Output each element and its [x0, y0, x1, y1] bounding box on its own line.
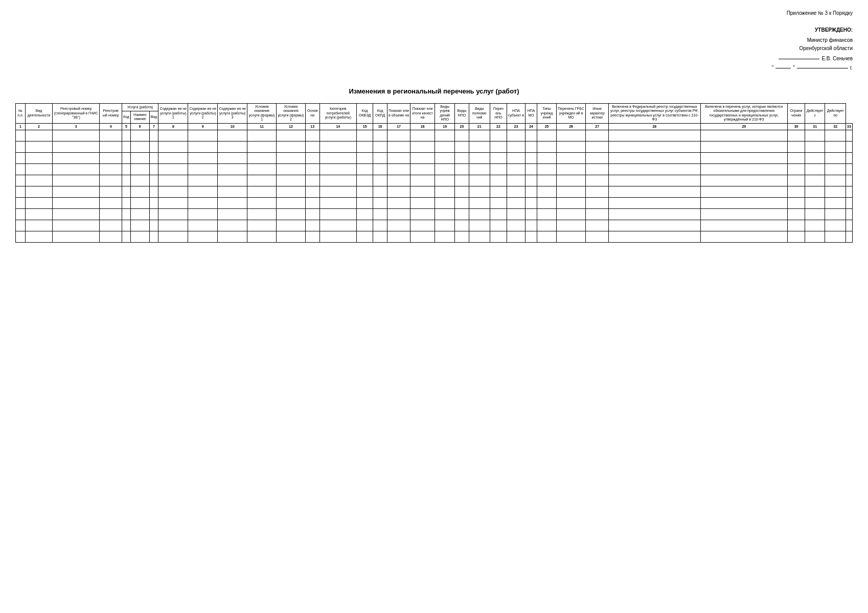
cell-10-13: [305, 231, 319, 242]
cell-6-2: [25, 186, 52, 197]
cell-9-27: [586, 220, 609, 231]
col-header-8: Вид: [149, 111, 158, 123]
cell-1-8: [158, 130, 188, 141]
cell-3-16: [373, 152, 387, 163]
cell-9-29: [700, 220, 788, 231]
num-16: 16: [373, 123, 387, 130]
cell-10-18: [410, 231, 435, 242]
cell-2-8: [158, 141, 188, 152]
cell-7-23: [507, 197, 525, 208]
cell-10-15: [356, 231, 373, 242]
cell-7-33: [846, 197, 853, 208]
cell-1-14: [319, 130, 356, 141]
cell-8-2: [25, 208, 52, 220]
cell-10-24: [526, 231, 537, 242]
table-row: [16, 163, 853, 175]
cell-6-7: [149, 186, 158, 197]
table-row: [16, 186, 853, 197]
cell-6-13: [305, 186, 319, 197]
num-20: 20: [455, 123, 469, 130]
cell-3-10: [218, 152, 247, 163]
num-29: 29: [700, 123, 788, 130]
cell-6-9: [188, 186, 218, 197]
cell-8-10: [218, 208, 247, 220]
cell-9-11: [247, 220, 277, 231]
cell-8-8: [158, 208, 188, 220]
cell-7-2: [25, 197, 52, 208]
cell-2-11: [247, 141, 277, 152]
cell-8-20: [455, 208, 469, 220]
cell-6-25: [537, 186, 557, 197]
cell-6-22: [490, 186, 507, 197]
num-22: 22: [490, 123, 507, 130]
cell-7-16: [373, 197, 387, 208]
cell-9-3: [53, 220, 100, 231]
cell-7-12: [277, 197, 306, 208]
cell-4-9: [188, 163, 218, 175]
cell-7-30: [788, 197, 805, 208]
cell-10-17: [387, 231, 410, 242]
cell-3-8: [158, 152, 188, 163]
cell-5-15: [356, 175, 373, 186]
cell-2-31: [805, 141, 825, 152]
col-header-14: Основ ни: [305, 104, 319, 124]
cell-5-31: [805, 175, 825, 186]
col-header-22: Виды полномо чий: [469, 104, 490, 124]
num-23: 23: [507, 123, 525, 130]
cell-1-6: [130, 130, 149, 141]
cell-7-11: [247, 197, 277, 208]
cell-3-15: [356, 152, 373, 163]
cell-2-1: [16, 141, 26, 152]
cell-10-27: [586, 231, 609, 242]
cell-5-18: [410, 175, 435, 186]
cell-4-24: [526, 163, 537, 175]
cell-8-31: [805, 208, 825, 220]
table-row: [16, 208, 853, 220]
cell-4-23: [507, 163, 525, 175]
cell-3-25: [537, 152, 557, 163]
cell-2-23: [507, 141, 525, 152]
cell-3-2: [25, 152, 52, 163]
cell-6-31: [805, 186, 825, 197]
cell-10-6: [130, 231, 149, 242]
cell-3-32: [825, 152, 846, 163]
cell-4-11: [247, 163, 277, 175]
cell-4-1: [16, 163, 26, 175]
cell-1-24: [526, 130, 537, 141]
cell-5-32: [825, 175, 846, 186]
cell-2-16: [373, 141, 387, 152]
num-17: 17: [387, 123, 410, 130]
cell-5-20: [455, 175, 469, 186]
cell-2-30: [788, 141, 805, 152]
cell-8-23: [507, 208, 525, 220]
num-9: 9: [188, 123, 218, 130]
cell-10-22: [490, 231, 507, 242]
cell-10-25: [537, 231, 557, 242]
col-header-31: Ограни чения: [788, 104, 805, 124]
cell-7-28: [609, 197, 700, 208]
col-header-27: Перечень ГРБС учрежден ий в МО: [556, 104, 585, 124]
cell-6-23: [507, 186, 525, 197]
cell-3-11: [247, 152, 277, 163]
cell-9-22: [490, 220, 507, 231]
cell-5-13: [305, 175, 319, 186]
cell-2-33: [846, 141, 853, 152]
cell-3-7: [149, 152, 158, 163]
cell-2-21: [469, 141, 490, 152]
num-6: 6: [130, 123, 149, 130]
main-table-wrapper: № п.п. Вид деятельности Реестровый номер…: [15, 103, 853, 243]
cell-10-28: [609, 231, 700, 242]
cell-4-5: [122, 163, 131, 175]
cell-1-20: [455, 130, 469, 141]
cell-5-1: [16, 175, 26, 186]
minister-label: Министр финансов: [15, 36, 853, 44]
cell-5-8: [158, 175, 188, 186]
cell-1-29: [700, 130, 788, 141]
cell-5-30: [788, 175, 805, 186]
cell-5-25: [537, 175, 557, 186]
cell-2-19: [435, 141, 454, 152]
cell-1-7: [149, 130, 158, 141]
cell-10-9: [188, 231, 218, 242]
cell-5-12: [277, 175, 306, 186]
cell-8-7: [149, 208, 158, 220]
